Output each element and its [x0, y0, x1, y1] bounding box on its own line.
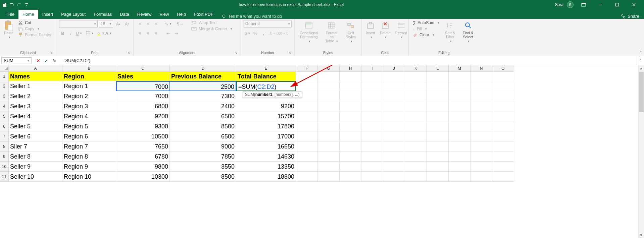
cell[interactable] [296, 141, 318, 152]
column-header[interactable]: I [361, 65, 383, 72]
row-header[interactable]: 11 [0, 172, 9, 182]
number-format-combo[interactable]: General▾ [244, 20, 292, 27]
cell[interactable] [470, 121, 492, 131]
cell[interactable]: Seller 4 [9, 111, 62, 121]
cell[interactable] [340, 121, 361, 131]
cell[interactable] [361, 101, 383, 111]
cell[interactable]: Sller 7 [9, 141, 62, 152]
cell[interactable] [340, 162, 361, 172]
cell[interactable] [361, 141, 383, 152]
tab-foxit[interactable]: Foxit PDF [190, 10, 217, 19]
cell[interactable]: Region 1 [62, 81, 116, 91]
cell[interactable] [470, 91, 492, 101]
cell[interactable] [361, 72, 383, 81]
cell[interactable] [405, 81, 427, 91]
scroll-up-icon[interactable]: ▲ [638, 65, 644, 71]
format-painter-button[interactable]: Format Painter [17, 32, 53, 38]
cell[interactable]: 6500 [170, 111, 236, 121]
cell[interactable] [296, 111, 318, 121]
row-header[interactable]: 10 [0, 162, 9, 172]
cell[interactable]: 7000 [116, 91, 170, 101]
decrease-decimal-icon[interactable]: .00→.0 [279, 29, 287, 37]
font-size-combo[interactable]: 18▾ [99, 20, 113, 27]
cell[interactable]: 2500 [170, 81, 236, 91]
cell[interactable] [449, 121, 470, 131]
name-box[interactable]: SUM ▾ [1, 57, 32, 64]
select-all-corner[interactable] [0, 65, 9, 72]
dialog-launcher-icon[interactable]: ↘ [49, 51, 53, 55]
cell[interactable]: 6800 [116, 101, 170, 111]
cell[interactable] [296, 72, 318, 81]
ribbon-display-icon[interactable] [577, 0, 590, 9]
column-header[interactable]: K [405, 65, 427, 72]
enter-icon[interactable]: ✓ [43, 58, 50, 63]
tab-home[interactable]: Home [18, 10, 38, 19]
cell[interactable] [340, 141, 361, 152]
cell[interactable]: Seller 2 [9, 91, 62, 101]
cell[interactable] [405, 141, 427, 152]
cell[interactable]: Region 2 [62, 91, 116, 101]
cell[interactable]: 14630 [236, 152, 296, 162]
cell[interactable] [340, 72, 361, 81]
cell[interactable]: Region 6 [62, 131, 116, 141]
cancel-icon[interactable]: ✕ [35, 58, 42, 63]
cell[interactable]: Region 5 [62, 121, 116, 131]
row-header[interactable]: 8 [0, 141, 9, 152]
cell[interactable] [405, 101, 427, 111]
column-header[interactable]: A [9, 65, 62, 72]
cell[interactable] [405, 111, 427, 121]
qat-customize-icon[interactable] [24, 2, 29, 7]
align-left-icon[interactable]: ≡ [136, 29, 144, 37]
cell[interactable]: Region 10 [62, 172, 116, 182]
tab-insert[interactable]: Insert [38, 10, 57, 19]
column-header[interactable]: F [296, 65, 318, 72]
cell[interactable]: 13350 [236, 162, 296, 172]
dialog-launcher-icon[interactable]: ↘ [288, 51, 292, 55]
cell[interactable] [405, 121, 427, 131]
cell[interactable]: 15700 [236, 111, 296, 121]
cell[interactable] [296, 131, 318, 141]
column-header[interactable]: B [62, 65, 116, 72]
insert-cells-button[interactable]: Insert▾ [364, 20, 377, 40]
cell[interactable] [318, 172, 340, 182]
column-header[interactable]: M [449, 65, 470, 72]
bold-icon[interactable]: B [59, 29, 66, 37]
cell[interactable] [383, 152, 405, 162]
cell[interactable]: Region 3 [62, 101, 116, 111]
cell[interactable]: Region 9 [62, 162, 116, 172]
row-header[interactable]: 4 [0, 101, 9, 111]
cell[interactable] [427, 72, 449, 81]
cell[interactable] [449, 152, 470, 162]
cell[interactable] [361, 162, 383, 172]
orientation-icon[interactable]: ⤡▾ [164, 20, 172, 27]
spreadsheet-grid[interactable]: ABCDEFGHIJKLMNO 1234567891011 NamesRegio… [0, 65, 644, 238]
cell[interactable] [427, 121, 449, 131]
cell[interactable] [427, 162, 449, 172]
cell[interactable] [449, 162, 470, 172]
cell[interactable]: Region [62, 72, 116, 81]
cell[interactable] [318, 111, 340, 121]
cell[interactable] [405, 172, 427, 182]
cell[interactable] [340, 101, 361, 111]
cell[interactable] [449, 72, 470, 81]
grow-font-icon[interactable]: A▴ [114, 20, 122, 27]
align-center-icon[interactable]: ≡ [144, 29, 152, 37]
cell[interactable] [340, 152, 361, 162]
find-select-button[interactable]: Find &Select ▾ [459, 20, 477, 44]
cell[interactable] [318, 131, 340, 141]
cell[interactable] [296, 172, 318, 182]
tell-me-search[interactable]: Tell me what you want to do [221, 14, 282, 19]
cell[interactable]: Seller 3 [9, 101, 62, 111]
close-icon[interactable] [627, 0, 641, 9]
cell[interactable]: 7000 [116, 81, 170, 91]
cell[interactable]: 7650 [116, 141, 170, 152]
decrease-indent-icon[interactable]: ⇤ [164, 29, 172, 37]
cell-styles-button[interactable]: CellStyles ▾ [343, 20, 359, 44]
scroll-thumb[interactable] [639, 72, 644, 112]
fx-icon[interactable]: fx [51, 58, 58, 63]
dialog-launcher-icon[interactable]: ↘ [234, 51, 238, 55]
cell[interactable] [492, 172, 514, 182]
cell[interactable] [296, 121, 318, 131]
fill-button[interactable]: ↓Fill▾ [411, 26, 441, 32]
cell[interactable]: 9800 [116, 162, 170, 172]
